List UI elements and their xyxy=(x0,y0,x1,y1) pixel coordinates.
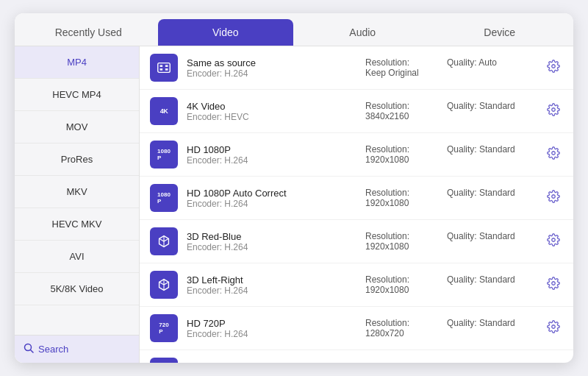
settings-button[interactable] xyxy=(544,143,563,166)
table-row[interactable]: 3D Left-Right Encoder: H.264 Resolution:… xyxy=(140,263,573,307)
preset-icon-1080p: 1080P xyxy=(150,141,178,169)
preset-meta: Resolution: 1280x720 Quality: Standard xyxy=(365,318,535,338)
preset-info: HD 720P Auto Correct Encoder: H.264 xyxy=(187,361,356,363)
search-label: Search xyxy=(38,344,68,355)
preset-encoder: Encoder: H.264 xyxy=(187,199,356,209)
table-row[interactable]: 1080P HD 1080P Auto Correct Encoder: H.2… xyxy=(140,177,573,220)
sidebar-item-hevc-mkv[interactable]: HEVC MKV xyxy=(15,208,139,241)
preset-icon-4k: 4K xyxy=(150,97,178,125)
preset-resolution: Resolution: 1920x1080 xyxy=(365,188,425,208)
preset-name: 4K Video xyxy=(187,101,356,112)
preset-encoder: Encoder: H.264 xyxy=(187,155,356,166)
main-area: MP4 HEVC MP4 MOV ProRes MKV HEVC MKV AVI… xyxy=(15,46,573,363)
preset-meta: Resolution: 1920x1080 Quality: Standard xyxy=(365,274,535,295)
svg-point-9 xyxy=(552,152,556,155)
preset-meta: Resolution: 1920x1080 Quality: Standard xyxy=(365,231,535,252)
preset-quality: Quality: Standard xyxy=(447,231,535,252)
sidebar-item-mov[interactable]: MOV xyxy=(15,111,139,143)
svg-rect-2 xyxy=(158,63,171,73)
preset-resolution: Resolution: 3840x2160 xyxy=(365,101,425,121)
svg-rect-5 xyxy=(160,68,163,71)
settings-button[interactable] xyxy=(544,57,563,79)
preset-icon-3d-rb xyxy=(150,227,178,255)
preset-meta: Resolution: Keep Original Quality: Auto xyxy=(365,57,535,78)
sidebar-item-avi[interactable]: AVI xyxy=(15,241,139,273)
preset-info: 4K Video Encoder: HEVC xyxy=(187,101,356,122)
sidebar-item-5k8k[interactable]: 5K/8K Video xyxy=(15,273,139,305)
settings-button[interactable] xyxy=(544,274,563,296)
preset-encoder: Encoder: H.264 xyxy=(187,242,356,252)
table-row[interactable]: 4K 4K Video Encoder: HEVC Resolution: 38… xyxy=(140,90,573,133)
sidebar-item-prores[interactable]: ProRes xyxy=(15,143,139,176)
preset-quality: Quality: Auto xyxy=(447,57,535,78)
svg-point-10 xyxy=(552,195,556,199)
preset-encoder: Encoder: H.264 xyxy=(187,329,356,339)
preset-quality: Quality: Standard xyxy=(447,361,535,363)
preset-icon-720p-auto: 720P xyxy=(150,358,178,363)
preset-icon-720p: 720P xyxy=(150,314,178,342)
preset-name: HD 1080P xyxy=(187,144,356,155)
preset-encoder: Encoder: H.264 xyxy=(187,68,356,79)
preset-resolution: Resolution: 1920x1080 xyxy=(365,231,425,252)
preset-encoder: Encoder: H.264 xyxy=(187,285,356,296)
preset-quality: Quality: Standard xyxy=(447,274,535,295)
settings-button[interactable] xyxy=(544,317,563,339)
table-row[interactable]: 3D Red-Blue Encoder: H.264 Resolution: 1… xyxy=(140,220,573,263)
sidebar-item-hevc-mp4[interactable]: HEVC MP4 xyxy=(15,79,139,111)
svg-point-13 xyxy=(552,325,556,329)
sidebar: MP4 HEVC MP4 MOV ProRes MKV HEVC MKV AVI… xyxy=(15,46,140,363)
preset-quality: Quality: Standard xyxy=(447,101,535,121)
preset-encoder: Encoder: HEVC xyxy=(187,112,356,122)
settings-button[interactable] xyxy=(544,361,563,363)
svg-line-1 xyxy=(31,350,34,353)
app-container: Recently Used Video Audio Device MP4 HEV… xyxy=(15,13,573,363)
preset-name: HD 1080P Auto Correct xyxy=(187,188,356,199)
settings-button[interactable] xyxy=(544,100,563,122)
table-row[interactable]: 1080P HD 1080P Encoder: H.264 Resolution… xyxy=(140,133,573,177)
settings-button[interactable] xyxy=(544,230,563,252)
svg-rect-4 xyxy=(165,65,168,67)
table-row[interactable]: 720P HD 720P Encoder: H.264 Resolution: … xyxy=(140,307,573,350)
sidebar-item-mp4[interactable]: MP4 xyxy=(15,46,139,79)
preset-meta: Resolution: 1920x1080 Quality: Standard xyxy=(365,188,535,208)
preset-icon-3d-lr xyxy=(150,271,178,299)
preset-name: 3D Red-Blue xyxy=(187,231,356,242)
preset-meta: Resolution: 3840x2160 Quality: Standard xyxy=(365,101,535,121)
sidebar-item-mkv[interactable]: MKV xyxy=(15,176,139,208)
preset-resolution: Resolution: 1280x720 xyxy=(365,318,425,338)
sidebar-list: MP4 HEVC MP4 MOV ProRes MKV HEVC MKV AVI… xyxy=(15,46,139,335)
preset-info: HD 720P Encoder: H.264 xyxy=(187,318,356,339)
preset-icon-film xyxy=(150,54,178,82)
settings-button[interactable] xyxy=(544,187,563,209)
tab-recently-used[interactable]: Recently Used xyxy=(21,19,157,46)
preset-info: HD 1080P Encoder: H.264 xyxy=(187,144,356,166)
preset-info: HD 1080P Auto Correct Encoder: H.264 xyxy=(187,188,356,209)
tab-bar: Recently Used Video Audio Device xyxy=(15,13,573,46)
preset-resolution: Resolution: 1280x720 xyxy=(365,361,425,363)
svg-rect-6 xyxy=(165,68,168,71)
preset-quality: Quality: Standard xyxy=(447,144,535,165)
tab-video[interactable]: Video xyxy=(158,19,294,46)
preset-info: 3D Left-Right Encoder: H.264 xyxy=(187,274,356,296)
svg-point-11 xyxy=(552,238,556,242)
preset-resolution: Resolution: 1920x1080 xyxy=(365,274,425,295)
search-icon xyxy=(24,343,34,355)
preset-meta: Resolution: 1920x1080 Quality: Standard xyxy=(365,144,535,165)
preset-name: HD 720P xyxy=(187,318,356,329)
preset-quality: Quality: Standard xyxy=(447,318,535,338)
svg-point-12 xyxy=(552,282,556,285)
table-row[interactable]: Same as source Encoder: H.264 Resolution… xyxy=(140,46,573,90)
preset-name: Same as source xyxy=(187,57,356,68)
preset-meta: Resolution: 1280x720 Quality: Standard xyxy=(365,361,535,363)
table-row[interactable]: 720P HD 720P Auto Correct Encoder: H.264… xyxy=(140,350,573,363)
preset-resolution: Resolution: 1920x1080 xyxy=(365,144,425,165)
search-button[interactable]: Search xyxy=(15,335,139,363)
preset-name: 3D Left-Right xyxy=(187,274,356,285)
preset-list: Same as source Encoder: H.264 Resolution… xyxy=(140,46,573,363)
tab-device[interactable]: Device xyxy=(432,19,568,46)
preset-name: HD 720P Auto Correct xyxy=(187,361,356,363)
svg-point-8 xyxy=(552,108,556,112)
preset-quality: Quality: Standard xyxy=(447,188,535,208)
preset-resolution: Resolution: Keep Original xyxy=(365,57,425,78)
tab-audio[interactable]: Audio xyxy=(295,19,431,46)
